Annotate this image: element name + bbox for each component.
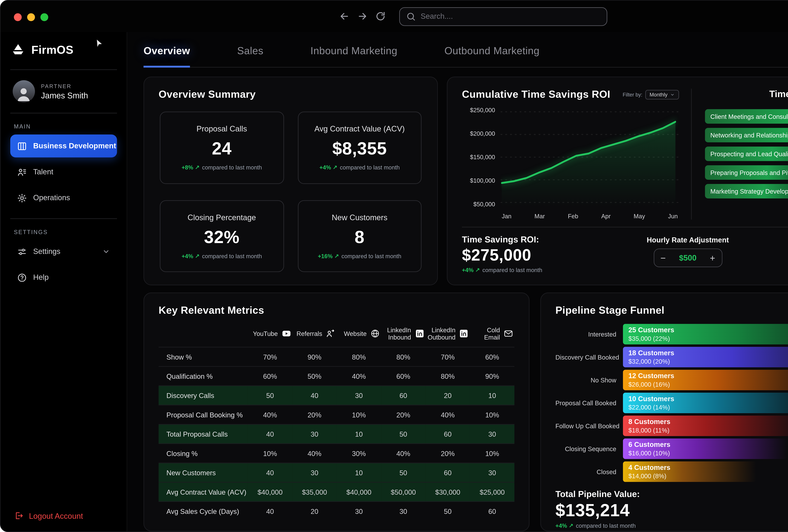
funnel-stage-closed: Closed4 Customers$14,000 (8%)52% xyxy=(555,461,788,482)
hourly-rate-decrease-button[interactable]: − xyxy=(654,249,672,267)
key-metrics-card: Key Relevant Metrics YouTubeReferralsWeb… xyxy=(143,293,530,531)
activity-bar: Prospecting and Lead Qualification xyxy=(705,146,788,161)
tab-overview[interactable]: Overview xyxy=(143,45,190,67)
activity-row-preparing-proposals-and-pitch-decks: Preparing Proposals and Pitch Decks72 xyxy=(705,165,788,180)
brand: FirmOS xyxy=(10,32,117,68)
roi-chart-x-axis: JanMarFebAprMayJun xyxy=(500,213,679,220)
metrics-row-avg-sales-cycle-days: Avg Sales Cycle (Days)402030305060 xyxy=(159,501,514,521)
firmos-app: FirmOS PARTNER James Smith MAIN Business… xyxy=(0,0,788,532)
settings-icon xyxy=(17,247,27,257)
activity-bar: Networking and Relationship Building xyxy=(705,128,788,142)
column-cold-email: Cold Email xyxy=(470,321,514,347)
pipeline-funnel-title: Pipeline Stage Funnel xyxy=(555,304,788,317)
column-linkedin-inbound: LinkedIn Inbound xyxy=(381,321,426,347)
funnel-stage-no-show: No Show12 Customers$26,000 (16%)82% xyxy=(555,370,788,390)
chevron-down-icon xyxy=(670,92,675,97)
activity-row-client-meetings-and-consultations: Client Meetings and Consultations96 xyxy=(705,109,788,124)
filter-control: Filter by: Monthly xyxy=(623,90,679,99)
sidebar-nav-settings: SettingsHelp xyxy=(10,240,117,292)
hourly-rate-increase-button[interactable]: + xyxy=(704,249,722,267)
metrics-row-new-customers: New Customers403010506030 xyxy=(159,463,514,482)
funnel-bar: 25 Customers$35,000 (22%) xyxy=(623,324,788,344)
sidebar-item-settings[interactable]: Settings xyxy=(10,240,117,263)
trend-up-icon: ↗ xyxy=(475,267,480,273)
minimize-window-button[interactable] xyxy=(27,13,35,21)
key-metrics-title: Key Relevant Metrics xyxy=(159,304,514,317)
funnel-stage-closing-sequence: Closing Sequence6 Customers$16,000 (10%)… xyxy=(555,438,788,459)
search-input[interactable] xyxy=(421,12,600,21)
metrics-row-proposal-call-booking: Proposal Call Booking %40%20%10%20%40%10… xyxy=(159,405,514,424)
x-tick-label: Jun xyxy=(668,213,678,220)
filter-value: Monthly xyxy=(650,92,668,98)
summary-metric-avg-contract-value-acv: Avg Contract Value (ACV)$8,355+4% ↗compa… xyxy=(298,112,421,184)
total-pipeline-label: Total Pipeline Value: xyxy=(555,489,640,499)
roi-line-chart: $250,000$200,000$150,000$100,000$50,000 … xyxy=(462,107,679,220)
hourly-rate-stepper: − $500 + xyxy=(653,249,722,267)
summary-tiles: Proposal Calls24+8% ↗compared to last mo… xyxy=(159,110,423,273)
mouse-cursor-icon xyxy=(94,37,105,50)
brand-name: FirmOS xyxy=(31,43,74,57)
funnel-stage-follow-up-call-booked: Follow Up Call Booked8 Customers$18,000 … xyxy=(555,415,788,436)
forward-button[interactable] xyxy=(357,11,368,22)
back-button[interactable] xyxy=(339,11,350,22)
activity-row-prospecting-and-lead-qualification: Prospecting and Lead Qualification78 xyxy=(705,146,788,161)
x-tick-label: Jan xyxy=(502,213,512,220)
roi-chart-y-axis: $250,000$200,000$150,000$100,000$50,000 xyxy=(462,107,500,220)
funnel-bar: 18 Customers$32,000 (20%) xyxy=(623,347,788,367)
column-website: Website xyxy=(337,321,381,347)
window-topbar xyxy=(1,1,788,32)
activity-row-marketing-strategy-development: Marketing Strategy Development68 xyxy=(705,184,788,198)
column-linkedin-outbound: LinkedIn Outbound xyxy=(426,321,470,347)
y-tick-label: $250,000 xyxy=(470,107,495,113)
activity-row-networking-and-relationship-building: Networking and Relationship Building92 xyxy=(705,128,788,142)
sidebar-item-help[interactable]: Help xyxy=(10,266,117,289)
refresh-button[interactable] xyxy=(375,11,386,22)
funnel-bar: 12 Customers$26,000 (16%) xyxy=(623,370,788,390)
total-pipeline-delta: +4% ↗compared to last month xyxy=(555,523,640,529)
website-icon xyxy=(370,329,380,338)
funnel-stage-interested: Interested25 Customers$35,000 (22%)100% xyxy=(555,324,788,344)
close-window-button[interactable] xyxy=(14,13,22,21)
roi-label: Time Savings ROI: xyxy=(462,235,542,244)
sidebar-item-operations[interactable]: Operations xyxy=(10,186,117,209)
x-tick-label: Apr xyxy=(601,213,611,220)
sidebar: FirmOS PARTNER James Smith MAIN Business… xyxy=(1,32,127,531)
sidebar-item-business-development[interactable]: Business Development xyxy=(10,135,117,157)
filter-select[interactable]: Monthly xyxy=(645,90,679,99)
activity-bar: Preparing Proposals and Pitch Decks xyxy=(705,165,788,180)
divider xyxy=(10,113,117,114)
summary-metric-closing-percentage: Closing Percentage32%+4% ↗compared to la… xyxy=(160,200,284,272)
filter-label: Filter by: xyxy=(623,92,643,98)
tab-sales[interactable]: Sales xyxy=(237,45,263,67)
y-tick-label: $100,000 xyxy=(470,177,495,184)
tab-bar: OverviewSalesInbound MarketingOutbound M… xyxy=(143,32,788,67)
logout-icon xyxy=(14,511,23,520)
funnel-stages: Interested25 Customers$35,000 (22%)100%D… xyxy=(555,324,788,485)
roi-delta: +4% ↗compared to last month xyxy=(462,267,542,273)
metrics-row-show: Show %70%90%80%80%70%60% xyxy=(159,347,514,367)
maximize-window-button[interactable] xyxy=(40,13,48,21)
partner-profile: PARTNER James Smith xyxy=(10,71,117,112)
business-development-icon xyxy=(17,141,27,151)
talent-icon xyxy=(17,167,27,177)
youtube-icon xyxy=(281,329,291,338)
main-content: OverviewSalesInbound MarketingOutbound M… xyxy=(127,32,788,531)
funnel-bar: 10 Customers$22,000 (14%) xyxy=(623,393,788,413)
funnel-bar: 8 Customers$18,000 (11%) xyxy=(623,415,788,436)
roi-chart-svg xyxy=(500,107,679,208)
activities-list: Client Meetings and Consultations96Netwo… xyxy=(705,109,788,203)
tab-outbound-marketing[interactable]: Outbound Marketing xyxy=(445,45,539,67)
total-pipeline-value: $135,214 xyxy=(555,500,640,520)
search-box[interactable] xyxy=(399,7,607,26)
y-tick-label: $200,000 xyxy=(470,130,495,137)
tab-inbound-marketing[interactable]: Inbound Marketing xyxy=(311,45,397,67)
overview-summary-card: Overview Summary Proposal Calls24+8% ↗co… xyxy=(143,77,438,285)
logout-button[interactable]: Logout Account xyxy=(10,505,117,523)
sidebar-item-talent[interactable]: Talent xyxy=(10,160,117,183)
roi-card: Cumulative Time Savings ROI Filter by: M… xyxy=(447,77,788,285)
help-icon xyxy=(17,272,27,283)
y-tick-label: $50,000 xyxy=(473,201,495,208)
hourly-rate-label: Hourly Rate Adjustment xyxy=(647,236,729,244)
roi-value: $275,000 xyxy=(462,246,542,265)
funnel-stage-discovery-call-booked: Discovery Call Booked18 Customers$32,000… xyxy=(555,347,788,367)
